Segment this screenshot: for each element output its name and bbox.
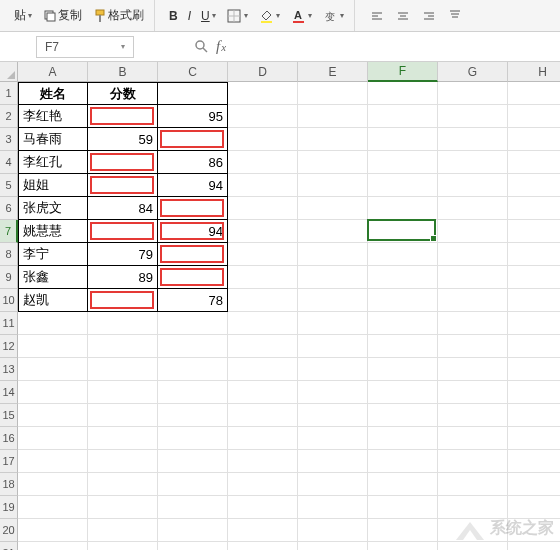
cell[interactable]: 姓名 <box>18 82 88 105</box>
cell[interactable] <box>228 266 298 289</box>
cell[interactable] <box>88 289 158 312</box>
column-header-C[interactable]: C <box>158 62 228 82</box>
search-fx-icon[interactable] <box>194 39 210 55</box>
cell[interactable]: 赵凯 <box>18 289 88 312</box>
cell[interactable] <box>368 128 438 151</box>
cell[interactable] <box>438 220 508 243</box>
cell[interactable] <box>368 82 438 105</box>
cell[interactable] <box>508 151 560 174</box>
paste-button[interactable]: 贴 ▾ <box>10 4 36 28</box>
cell[interactable] <box>508 427 560 450</box>
cell[interactable] <box>88 519 158 542</box>
formula-input[interactable] <box>232 37 532 57</box>
cell[interactable] <box>508 473 560 496</box>
cell[interactable] <box>228 105 298 128</box>
copy-button[interactable]: 复制 <box>38 4 86 28</box>
name-box[interactable]: F7 ▾ <box>36 36 134 58</box>
row-header[interactable]: 12 <box>0 335 18 358</box>
cell[interactable] <box>438 312 508 335</box>
cell[interactable] <box>228 496 298 519</box>
cell[interactable] <box>368 312 438 335</box>
cell[interactable] <box>508 197 560 220</box>
cell[interactable]: 59 <box>88 128 158 151</box>
bold-button[interactable]: B <box>165 4 182 28</box>
cell[interactable] <box>508 128 560 151</box>
cell[interactable] <box>508 243 560 266</box>
cell[interactable]: 分数 <box>88 82 158 105</box>
cell[interactable] <box>368 381 438 404</box>
cell[interactable] <box>438 128 508 151</box>
cell[interactable]: 95 <box>158 105 228 128</box>
cell[interactable] <box>228 335 298 358</box>
cell[interactable] <box>228 358 298 381</box>
cell[interactable] <box>298 542 368 550</box>
cell[interactable] <box>228 220 298 243</box>
cell[interactable] <box>438 289 508 312</box>
cell[interactable]: 李红艳 <box>18 105 88 128</box>
row-header[interactable]: 20 <box>0 519 18 542</box>
cell[interactable] <box>508 266 560 289</box>
cell[interactable] <box>438 473 508 496</box>
cell[interactable] <box>368 105 438 128</box>
font-color-button[interactable]: A ▾ <box>286 4 316 28</box>
cell[interactable] <box>368 197 438 220</box>
cell[interactable] <box>18 542 88 550</box>
row-header[interactable]: 2 <box>0 105 18 128</box>
cell[interactable] <box>368 519 438 542</box>
cell[interactable] <box>228 404 298 427</box>
cell[interactable] <box>228 243 298 266</box>
cell[interactable] <box>508 289 560 312</box>
cell[interactable] <box>298 496 368 519</box>
column-header-F[interactable]: F <box>368 62 438 82</box>
cell[interactable]: 马春雨 <box>18 128 88 151</box>
align-center-button[interactable] <box>391 4 415 28</box>
column-header-G[interactable]: G <box>438 62 508 82</box>
row-header[interactable]: 3 <box>0 128 18 151</box>
cell[interactable] <box>88 105 158 128</box>
row-header[interactable]: 19 <box>0 496 18 519</box>
cell[interactable]: 79 <box>88 243 158 266</box>
cell[interactable] <box>228 519 298 542</box>
cell[interactable] <box>228 82 298 105</box>
row-header[interactable]: 18 <box>0 473 18 496</box>
cell[interactable] <box>158 335 228 358</box>
cell[interactable] <box>298 289 368 312</box>
row-header[interactable]: 7 <box>0 220 18 243</box>
cell[interactable] <box>298 519 368 542</box>
cell[interactable] <box>228 174 298 197</box>
cell[interactable] <box>438 266 508 289</box>
cell[interactable]: 张鑫 <box>18 266 88 289</box>
cell[interactable]: 94 <box>158 174 228 197</box>
row-header[interactable]: 14 <box>0 381 18 404</box>
cell[interactable] <box>368 542 438 550</box>
cell[interactable] <box>508 174 560 197</box>
align-left-button[interactable] <box>365 4 389 28</box>
cell[interactable] <box>228 450 298 473</box>
row-header[interactable]: 8 <box>0 243 18 266</box>
cell[interactable] <box>18 427 88 450</box>
cell[interactable] <box>298 220 368 243</box>
cell[interactable] <box>368 266 438 289</box>
cell[interactable] <box>18 312 88 335</box>
cell[interactable] <box>368 358 438 381</box>
cell[interactable] <box>438 151 508 174</box>
cell[interactable]: 78 <box>158 289 228 312</box>
cell[interactable] <box>158 542 228 550</box>
cell[interactable] <box>88 312 158 335</box>
fx-icon[interactable]: fx <box>216 38 226 55</box>
cell[interactable]: 姐姐 <box>18 174 88 197</box>
cell[interactable] <box>228 289 298 312</box>
cell[interactable] <box>368 174 438 197</box>
cell[interactable] <box>298 151 368 174</box>
cell[interactable] <box>298 473 368 496</box>
cell[interactable] <box>298 82 368 105</box>
cell[interactable] <box>298 381 368 404</box>
cell[interactable] <box>298 105 368 128</box>
cell[interactable] <box>88 450 158 473</box>
cell[interactable] <box>158 358 228 381</box>
cell[interactable] <box>298 243 368 266</box>
cell[interactable] <box>228 542 298 550</box>
valign-top-button[interactable] <box>443 4 467 28</box>
cell[interactable] <box>88 335 158 358</box>
cell[interactable] <box>228 381 298 404</box>
